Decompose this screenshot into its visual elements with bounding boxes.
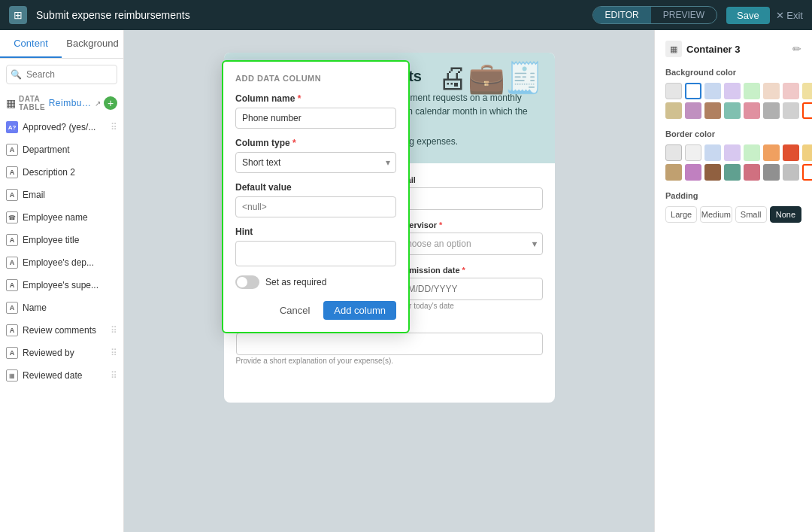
bg-swatch-light-red[interactable] [783, 83, 799, 99]
column-type-select-wrap: Short text [235, 152, 396, 173]
text-icon: A [6, 324, 18, 336]
bg-swatch-light-gray[interactable] [665, 83, 682, 99]
sidebar-item-reviewed-by[interactable]: A Reviewed by ⠿ [0, 342, 123, 364]
search-wrap: 🔍 [6, 65, 117, 84]
border-swatch-light-blue[interactable] [704, 144, 721, 161]
drag-handle[interactable]: ⠿ [111, 122, 117, 132]
border-swatch-brown[interactable] [704, 164, 721, 181]
bg-swatch-mid-gray[interactable] [783, 102, 799, 119]
border-swatch-near-white[interactable] [685, 144, 701, 161]
sidebar-item-name[interactable]: A Name [0, 296, 123, 319]
data-table-icon: ▦ [6, 97, 16, 109]
sidebar-item-label: Employee title [23, 235, 79, 245]
cancel-button[interactable]: Cancel [272, 301, 317, 320]
sidebar-item-approved[interactable]: A? Approved? (yes/... ⠿ [0, 116, 123, 138]
default-value-label: Default value [235, 182, 396, 193]
text-icon: A [6, 166, 18, 178]
border-swatch-pink[interactable] [744, 164, 760, 181]
drag-handle[interactable]: ⠿ [111, 348, 117, 358]
sidebar-item-reviewed-date[interactable]: ▦ Reviewed date ⠿ [0, 364, 123, 387]
bg-swatch-light-blue[interactable] [704, 83, 721, 99]
sidebar-item-label: Reviewed date [23, 370, 82, 381]
set-required-toggle[interactable] [235, 275, 259, 289]
sidebar-item-label: Approved? (yes/... [23, 122, 95, 132]
sidebar-item-employee-name[interactable]: ☎ Employee name [0, 206, 123, 229]
right-panel-header: ▦ Container 3 ✏ [665, 41, 801, 57]
hint-input[interactable] [235, 241, 396, 266]
sidebar-item-label: Employee's dep... [23, 257, 94, 268]
bg-swatch-light-peach[interactable] [763, 83, 780, 99]
sidebar-item-label: Description 2 [23, 167, 75, 178]
bg-swatch-mauve[interactable] [685, 102, 701, 119]
exit-button[interactable]: ✕ Exit [776, 10, 803, 21]
sidebar-item-label: Name [23, 302, 47, 313]
sidebar-item-label: Employee's supe... [23, 280, 98, 290]
tab-background[interactable]: Background [62, 30, 123, 58]
sidebar-item-employees-supe[interactable]: A Employee's supe... [0, 274, 123, 296]
topbar-tabs: EDITOR PREVIEW [592, 6, 717, 24]
tab-content[interactable]: Content [0, 30, 62, 58]
edit-icon[interactable]: ✏ [792, 43, 801, 55]
drag-handle[interactable]: ⠿ [111, 325, 117, 336]
tab-editor[interactable]: EDITOR [593, 7, 651, 23]
padding-options: Large Medium Small None [665, 206, 801, 223]
padding-large-button[interactable]: Large [665, 206, 697, 223]
column-type-select[interactable]: Short text [235, 152, 396, 173]
padding-medium-button[interactable]: Medium [700, 206, 732, 223]
bg-swatch-light-green[interactable] [744, 83, 760, 99]
search-input[interactable] [6, 65, 117, 84]
border-swatch-red[interactable] [783, 144, 799, 161]
border-swatch-red-accent[interactable] [802, 164, 812, 181]
bg-swatch-teal[interactable] [724, 102, 741, 119]
bg-swatch-gray[interactable] [763, 102, 780, 119]
bg-swatch-white2[interactable] [802, 102, 812, 119]
sidebar-item-employee-title[interactable]: A Employee title [0, 229, 123, 251]
sidebar-tab-row: Content Background [0, 30, 123, 59]
border-swatch-light-green[interactable] [744, 144, 760, 161]
sidebar-item-employees-dep[interactable]: A Employee's dep... [0, 251, 123, 274]
default-value-input[interactable] [235, 196, 396, 217]
add-column-button[interactable]: + [104, 96, 117, 110]
sidebar-item-label: Review comments [23, 325, 96, 336]
padding-none-button[interactable]: None [770, 206, 801, 223]
tab-preview[interactable]: PREVIEW [651, 7, 717, 23]
border-swatch-tan[interactable] [665, 164, 682, 181]
bg-swatch-white[interactable] [685, 83, 701, 99]
bg-swatch-brown[interactable] [704, 102, 721, 119]
column-type-label: Column type * [235, 138, 396, 148]
sidebar-item-department[interactable]: A Department [0, 138, 123, 161]
bg-swatch-pink[interactable] [744, 102, 760, 119]
add-data-column-modal: ADD DATA COLUMN Column name * Column typ… [222, 60, 410, 333]
bg-swatch-tan[interactable] [665, 102, 682, 119]
sidebar-item-email[interactable]: A Email [0, 184, 123, 206]
sidebar-item-label: Email [23, 190, 45, 200]
hint-label: Hint [235, 226, 396, 237]
text-icon: A [6, 234, 18, 246]
border-swatch-mauve[interactable] [685, 164, 701, 181]
bg-swatch-light-yellow[interactable] [802, 83, 812, 99]
border-swatch-silver[interactable] [783, 164, 799, 181]
border-swatch-yellow[interactable] [802, 144, 812, 161]
external-link-icon[interactable]: ↗ [95, 99, 101, 108]
border-swatch-orange[interactable] [763, 144, 780, 161]
border-swatch-light-gray[interactable] [665, 144, 682, 161]
bg-color-grid [665, 83, 801, 119]
add-column-button[interactable]: Add column [323, 301, 396, 320]
sidebar-item-description2[interactable]: A Description 2 [0, 161, 123, 184]
border-swatch-light-purple[interactable] [724, 144, 741, 161]
set-required-label: Set as required [265, 277, 326, 287]
sidebar-item-review-comments[interactable]: A Review comments ⠿ [0, 319, 123, 342]
data-table-name[interactable]: Reimbursement ... [49, 98, 92, 108]
column-name-input[interactable] [235, 108, 396, 129]
text-icon: A [6, 144, 18, 156]
padding-small-button[interactable]: Small [735, 206, 767, 223]
save-button[interactable]: Save [726, 7, 770, 24]
border-swatch-teal[interactable] [724, 164, 741, 181]
column-name-label: Column name * [235, 93, 396, 104]
text-icon: A [6, 279, 18, 291]
sidebar-search-area: 🔍 [0, 59, 123, 90]
border-swatch-mid-gray[interactable] [763, 164, 780, 181]
sidebar-item-label: Employee name [23, 212, 88, 223]
drag-handle[interactable]: ⠿ [111, 370, 117, 381]
bg-swatch-light-purple[interactable] [724, 83, 741, 99]
